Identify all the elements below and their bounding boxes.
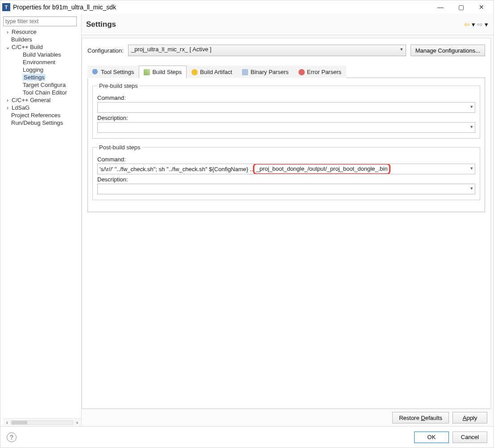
post-build-fieldset: Post-build steps Command: 's/\r//' "../f… bbox=[92, 144, 480, 200]
tree-item-settings[interactable]: Settings bbox=[23, 74, 46, 81]
post-command-label: Command: bbox=[97, 156, 475, 163]
configuration-select[interactable]: _proj_ultra_ll_mic_rx_ [ Active ] bbox=[128, 45, 406, 56]
caret-icon[interactable]: › bbox=[5, 97, 10, 103]
settings-content: Configuration: _proj_ultra_ll_mic_rx_ [ … bbox=[82, 38, 491, 409]
app-icon: T bbox=[2, 3, 10, 11]
post-description-combo[interactable]: ▾ bbox=[97, 184, 475, 194]
apply-button[interactable]: Apply bbox=[452, 412, 487, 423]
post-command-text-left: 's/\r//' "../fw_check.sh"; sh "../fw_che… bbox=[100, 166, 253, 173]
caret-down-icon[interactable]: ⌄ bbox=[5, 44, 10, 50]
tree-item-logging[interactable]: Logging bbox=[23, 66, 43, 73]
binary-icon bbox=[242, 69, 248, 75]
tab-binary-parsers[interactable]: Binary Parsers bbox=[237, 66, 293, 78]
tree-item-target[interactable]: Target Configura bbox=[23, 82, 66, 88]
chevron-down-icon: ▾ bbox=[470, 185, 473, 191]
chevron-down-icon: ▾ bbox=[470, 104, 473, 110]
tree-item-toolchain[interactable]: Tool Chain Editor bbox=[23, 89, 67, 96]
maximize-button[interactable]: ▢ bbox=[451, 0, 471, 14]
scroll-thumb[interactable] bbox=[12, 421, 27, 424]
properties-tree[interactable]: ›Resource Builders ⌄C/C++ Build Build Va… bbox=[3, 28, 81, 418]
main-panel: Settings ⇦ ▾ ⇨ ▾ Configuration: _proj_ul… bbox=[82, 14, 494, 426]
tree-item-environment[interactable]: Environment bbox=[23, 59, 55, 66]
dialog-footer: ? OK Cancel bbox=[0, 426, 494, 448]
build-steps-body: Pre-build steps Command: ▾ Description: … bbox=[87, 78, 485, 212]
forward-menu-icon[interactable]: ▾ bbox=[484, 21, 489, 29]
post-build-legend: Post-build steps bbox=[97, 144, 142, 151]
tab-tool-settings[interactable]: Tool Settings bbox=[87, 66, 139, 78]
highlighted-path: _proj_boot_dongle_/output/_proj_boot_don… bbox=[253, 164, 390, 174]
artifact-icon bbox=[191, 69, 198, 75]
titlebar: T Properties for b91m_ultra_ll_mic_sdk —… bbox=[0, 0, 494, 14]
configuration-label: Configuration: bbox=[87, 47, 124, 54]
tree-item-run-debug[interactable]: Run/Debug Settings bbox=[11, 119, 63, 126]
tree-item-project-refs[interactable]: Project References bbox=[11, 112, 61, 119]
settings-tabs: Tool Settings Build Steps Build Artifact… bbox=[87, 65, 485, 78]
tree-item-ldsag[interactable]: LdSaG bbox=[12, 104, 29, 111]
back-arrow-icon[interactable]: ⇦ bbox=[463, 21, 471, 29]
pre-description-label: Description: bbox=[97, 115, 475, 121]
restore-defaults-button[interactable]: Restore Defaults bbox=[392, 412, 449, 423]
scroll-left-icon[interactable]: ‹ bbox=[3, 419, 11, 426]
tree-item-resource[interactable]: Resource bbox=[12, 29, 37, 35]
minimize-button[interactable]: — bbox=[430, 0, 451, 14]
properties-window: T Properties for b91m_ultra_ll_mic_sdk —… bbox=[0, 0, 494, 448]
page-header: Settings ⇦ ▾ ⇨ ▾ bbox=[82, 14, 494, 35]
tree-item-build-variables[interactable]: Build Variables bbox=[23, 51, 61, 58]
content-button-bar: Restore Defaults Apply bbox=[82, 409, 491, 426]
pre-build-fieldset: Pre-build steps Command: ▾ Description: … bbox=[92, 82, 480, 139]
chevron-down-icon: ▾ bbox=[470, 124, 473, 130]
forward-arrow-icon[interactable]: ⇨ bbox=[476, 21, 484, 29]
tab-build-artifact[interactable]: Build Artifact bbox=[187, 66, 237, 78]
pre-build-legend: Pre-build steps bbox=[97, 82, 140, 89]
sidebar-hscrollbar[interactable]: ‹ › bbox=[3, 418, 81, 426]
steps-icon bbox=[144, 69, 150, 75]
post-command-combo[interactable]: 's/\r//' "../fw_check.sh"; sh "../fw_che… bbox=[97, 164, 475, 174]
error-icon bbox=[299, 69, 305, 75]
caret-icon[interactable]: › bbox=[5, 104, 10, 111]
page-title: Settings bbox=[86, 20, 463, 29]
help-icon[interactable]: ? bbox=[7, 432, 17, 442]
chevron-down-icon: ▾ bbox=[470, 165, 473, 171]
tree-item-builders[interactable]: Builders bbox=[11, 36, 32, 43]
back-menu-icon[interactable]: ▾ bbox=[471, 21, 476, 29]
caret-icon[interactable]: › bbox=[5, 29, 10, 35]
window-title: Properties for b91m_ultra_ll_mic_sdk bbox=[13, 4, 430, 11]
filter-input[interactable] bbox=[3, 16, 77, 26]
tab-build-steps[interactable]: Build Steps bbox=[139, 66, 187, 78]
pre-command-combo[interactable]: ▾ bbox=[97, 102, 475, 113]
tree-item-ccpp-general[interactable]: C/C++ General bbox=[12, 97, 50, 103]
ok-button[interactable]: OK bbox=[414, 432, 449, 443]
cancel-button[interactable]: Cancel bbox=[452, 432, 487, 443]
pre-description-combo[interactable]: ▾ bbox=[97, 122, 475, 133]
gear-icon bbox=[92, 69, 99, 75]
tab-error-parsers[interactable]: Error Parsers bbox=[294, 66, 346, 78]
manage-configurations-button[interactable]: Manage Configurations... bbox=[411, 45, 485, 56]
post-description-label: Description: bbox=[97, 176, 475, 183]
tree-item-ccpp-build[interactable]: C/C++ Build bbox=[12, 44, 43, 50]
close-button[interactable]: ✕ bbox=[471, 0, 492, 14]
pre-command-label: Command: bbox=[97, 95, 475, 101]
sidebar: ›Resource Builders ⌄C/C++ Build Build Va… bbox=[0, 14, 82, 426]
scroll-right-icon[interactable]: › bbox=[73, 419, 81, 426]
